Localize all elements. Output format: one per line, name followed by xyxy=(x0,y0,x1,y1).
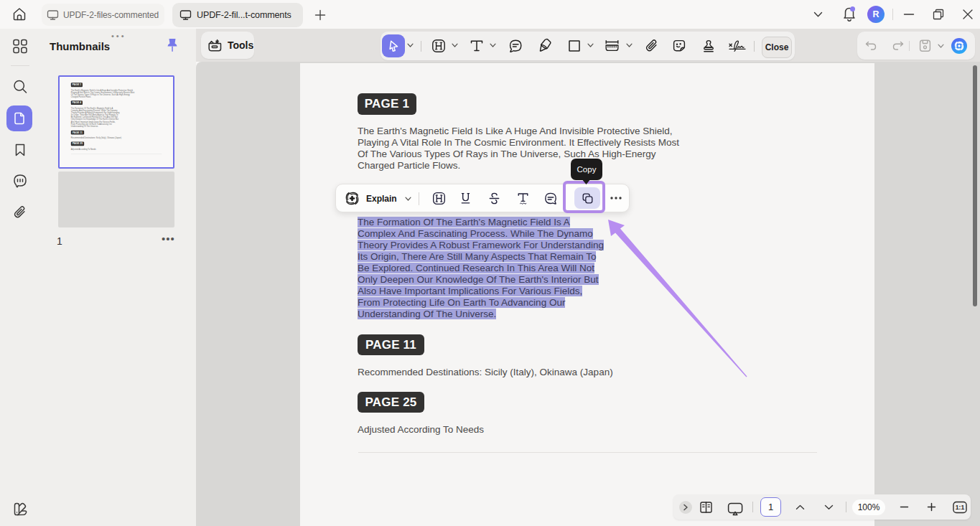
svg-text:1:1: 1:1 xyxy=(956,504,965,511)
